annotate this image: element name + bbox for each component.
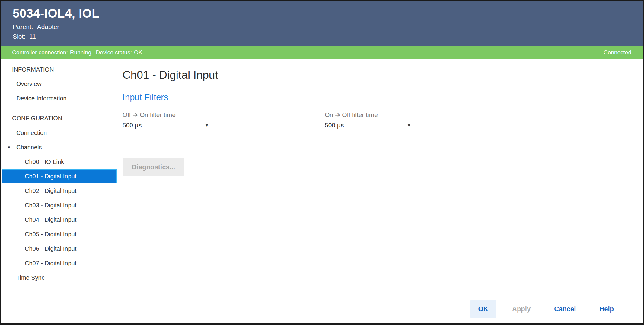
sidebar-item-ch03-digital-input[interactable]: Ch03 - Digital Input: [1, 198, 117, 212]
input-filters-heading: Input Filters: [123, 92, 634, 102]
sidebar-item-ch04-digital-input[interactable]: Ch04 - Digital Input: [1, 212, 117, 227]
off-to-on-filter-label: Off ➔ On filter time: [123, 111, 211, 119]
header: 5034-IOL4, IOL Parent: Adapter Slot: 11: [1, 1, 643, 46]
sidebar-item-device-information[interactable]: Device Information: [1, 91, 117, 106]
device-status: Device status: OK: [96, 49, 142, 56]
slot-value: 11: [29, 33, 36, 40]
sidebar-item-time-sync[interactable]: Time Sync: [1, 270, 117, 285]
apply-button[interactable]: Apply: [505, 300, 538, 318]
sidebar-item-overview[interactable]: Overview: [1, 77, 117, 91]
controller-connection-label: Controller connection:: [12, 49, 68, 56]
sidebar-nav: INFORMATION Overview Device Information …: [1, 59, 117, 295]
parent-value: Adapter: [37, 23, 59, 30]
sidebar-item-channels[interactable]: ▾ Channels: [1, 140, 117, 155]
slot-row: Slot: 11: [13, 33, 631, 40]
sidebar-section-configuration: CONFIGURATION: [1, 111, 117, 126]
sidebar-item-ch07-digital-input[interactable]: Ch07 - Digital Input: [1, 256, 117, 270]
body: INFORMATION Overview Device Information …: [1, 59, 643, 295]
sidebar-item-connection[interactable]: Connection: [1, 126, 117, 140]
chevron-down-icon[interactable]: ▾: [8, 145, 16, 150]
connection-state-badge: Connected: [604, 49, 631, 56]
page-title: 5034-IOL4, IOL: [13, 7, 631, 20]
channel-title: Ch01 - Digital Input: [123, 69, 634, 81]
off-to-on-filter-dropdown[interactable]: 500 µs ▼: [123, 122, 211, 132]
slot-label: Slot:: [13, 33, 25, 40]
parent-row: Parent: Adapter: [13, 23, 631, 30]
help-button[interactable]: Help: [592, 300, 621, 318]
main-panel: Ch01 - Digital Input Input Filters Off ➔…: [117, 59, 643, 295]
cancel-button[interactable]: Cancel: [547, 300, 583, 318]
controller-connection-value: Running: [70, 49, 91, 56]
off-to-on-filter-field: Off ➔ On filter time 500 µs ▼: [123, 111, 211, 132]
device-status-label: Device status:: [96, 49, 132, 56]
sidebar-item-ch01-digital-input[interactable]: Ch01 - Digital Input: [2, 169, 117, 183]
on-to-off-filter-value: 500 µs: [325, 122, 344, 129]
filter-fields: Off ➔ On filter time 500 µs ▼ On ➔ Off f…: [123, 111, 634, 132]
controller-connection-status: Controller connection: Running: [12, 49, 91, 56]
sidebar-section-information: INFORMATION: [1, 62, 117, 77]
dropdown-arrow-icon[interactable]: ▼: [407, 123, 413, 128]
parent-label: Parent:: [13, 23, 33, 30]
off-to-on-filter-value: 500 µs: [123, 122, 142, 129]
on-to-off-filter-dropdown[interactable]: 500 µs ▼: [325, 122, 413, 132]
sidebar-item-ch06-digital-input[interactable]: Ch06 - Digital Input: [1, 241, 117, 256]
module-properties-window: 5034-IOL4, IOL Parent: Adapter Slot: 11 …: [0, 0, 644, 325]
diagnostics-button[interactable]: Diagnostics...: [123, 158, 184, 176]
device-status-value: OK: [134, 49, 142, 56]
footer-button-bar: OK Apply Cancel Help: [1, 295, 643, 323]
on-to-off-filter-field: On ➔ Off filter time 500 µs ▼: [325, 111, 413, 132]
on-to-off-filter-label: On ➔ Off filter time: [325, 111, 413, 119]
sidebar-item-ch02-digital-input[interactable]: Ch02 - Digital Input: [1, 183, 117, 198]
sidebar-item-ch00-io-link[interactable]: Ch00 - IO-Link: [1, 155, 117, 169]
ok-button[interactable]: OK: [470, 300, 496, 318]
status-bar: Controller connection: Running Device st…: [1, 46, 643, 59]
sidebar-item-ch05-digital-input[interactable]: Ch05 - Digital Input: [1, 227, 117, 241]
dropdown-arrow-icon[interactable]: ▼: [205, 123, 211, 128]
